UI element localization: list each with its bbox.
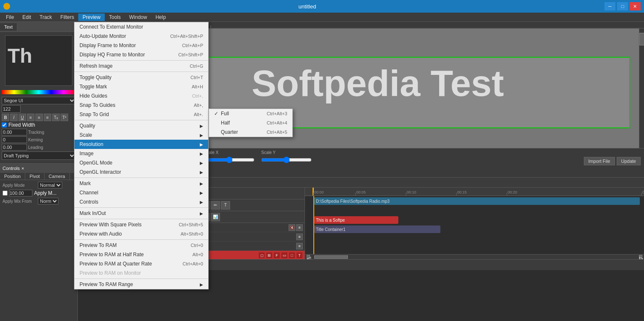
menu-refresh-label: Refresh Image [80, 63, 113, 69]
menu-connect-external-label: Connect To External Monitor [80, 24, 143, 30]
menu-connect-external[interactable]: Connect To External Monitor [74, 22, 208, 32]
tl-horizontal-scroll[interactable]: ◁ ▷ [305, 254, 644, 259]
scale-x-slider[interactable] [204, 156, 254, 164]
fixed-width-checkbox[interactable] [2, 122, 7, 127]
sep-2 [74, 72, 208, 72]
menu-channel[interactable]: Channel ▶ [74, 188, 208, 197]
tl-btn-pen[interactable]: ✏ [211, 201, 220, 210]
menu-toggle-mark[interactable]: Toggle Mark Alt+H [74, 82, 208, 91]
apply-mix-checkbox[interactable] [3, 191, 8, 196]
v-scrollbar-thumb[interactable] [639, 33, 644, 45]
track-audio-mute[interactable]: 🔇 [289, 224, 295, 231]
minimize-button[interactable]: ─ [604, 2, 615, 11]
menu-filters[interactable]: Filters [56, 13, 79, 21]
menu-preview-ram-range[interactable]: Preview To RAM Range ▶ [74, 280, 208, 289]
menu-opengl-interactor[interactable]: OpenGL Interactor ▶ [74, 167, 208, 177]
audio-clip-label: D:\Softpedia Files\Softpedia Radio.mp3 [316, 199, 390, 204]
submenu-full[interactable]: ✓ Full Ctrl+Alt+3 [209, 109, 292, 118]
menu-toggle-quality[interactable]: Toggle Quality Ctrl+T [74, 73, 208, 82]
align-center-icon[interactable]: ≡ [35, 114, 43, 121]
tl-btn2-14[interactable]: 📊 [211, 213, 220, 221]
menu-edit[interactable]: Edit [18, 13, 35, 21]
font-select[interactable]: Segoe UI [2, 97, 76, 104]
tl-btn-t[interactable]: T [221, 201, 230, 210]
text-icon-row: B I U ≡ ≡ ≡ T₂ T² [2, 114, 76, 121]
submenu-half[interactable]: Half Ctrl+Alt+4 [209, 118, 292, 127]
sep-5 [74, 207, 208, 208]
video-clip-1[interactable]: This is a Softpe [314, 216, 398, 224]
svg-rect-11 [305, 188, 644, 196]
menu-window[interactable]: Window [125, 13, 151, 21]
apply-mix-input[interactable] [9, 190, 32, 196]
menu-preview-square[interactable]: Preview With Square Pixels Ctrl+Shift+5 [74, 220, 208, 229]
menu-preview-ram-quarter[interactable]: Preview to RAM at Quarter Rate Ctrl+Alt+… [74, 259, 208, 268]
tl-scroll-thumb[interactable] [314, 255, 348, 259]
menu-display-hq[interactable]: Display HQ Frame to Monitor Ctrl+Shift+P [74, 50, 208, 59]
bold-icon[interactable]: B [2, 114, 9, 121]
submenu-quarter[interactable]: Quarter Ctrl+Alt+5 [209, 127, 292, 137]
scale-y-slider[interactable] [261, 156, 312, 164]
tab-text[interactable]: Text [0, 23, 17, 31]
menu-preview-ram-monitor: Preview to RAM on Monitor [74, 268, 208, 278]
tracking-input[interactable] [2, 129, 27, 135]
maximize-button[interactable]: □ [617, 2, 628, 11]
menu-preview-ram[interactable]: Preview To RAM Ctrl+0 [74, 241, 208, 250]
tab-camera[interactable]: Camera [45, 173, 70, 180]
track-video-btn1[interactable]: ◻ [258, 252, 265, 259]
align-left-icon[interactable]: ≡ [27, 114, 34, 121]
tab-position[interactable]: Position [0, 173, 25, 180]
apply-mix-from-select[interactable]: Norm [38, 198, 58, 204]
superscript-icon[interactable]: T² [61, 114, 68, 121]
align-right-icon[interactable]: ≡ [44, 114, 51, 121]
menu-opengl-mode[interactable]: OpenGL Mode ▶ [74, 158, 208, 167]
menu-tools[interactable]: Tools [105, 13, 125, 21]
import-file-button[interactable]: Import File [584, 157, 615, 165]
menu-resolution[interactable]: Resolution ▶ [74, 140, 208, 149]
subscript-icon[interactable]: T₂ [52, 114, 60, 121]
audio-clip[interactable]: D:\Softpedia Files\Softpedia Radio.mp3 [314, 197, 640, 205]
menu-preview[interactable]: Preview [78, 13, 105, 21]
menu-track[interactable]: Track [35, 13, 56, 21]
menu-scale[interactable]: Scale ▶ [74, 130, 208, 140]
menu-display-frame[interactable]: Display Frame to Monitor Ctrl+Alt+P [74, 41, 208, 50]
menu-preview-audio[interactable]: Preview with Audio Alt+Shift+0 [74, 229, 208, 239]
track-audio-opts[interactable]: ≡ [296, 224, 303, 231]
update-button[interactable]: Update [617, 157, 641, 165]
menu-quality[interactable]: Quality ▶ [74, 121, 208, 130]
track-video-btn3[interactable]: F [273, 252, 280, 259]
leading-input[interactable] [2, 144, 27, 151]
kerning-input[interactable] [2, 136, 27, 143]
menu-controls[interactable]: Controls ▶ [74, 197, 208, 207]
vertical-scrollbar[interactable] [639, 29, 644, 148]
video-clip-2[interactable]: Title Container1 [314, 225, 440, 233]
menu-snap-guides[interactable]: Snap To Guides Alt+, [74, 101, 208, 110]
draft-typing-select[interactable]: Draft Typing [2, 151, 76, 160]
italic-icon[interactable]: I [10, 114, 18, 121]
tl-scroll-right[interactable]: ▷ [639, 255, 642, 259]
menu-file[interactable]: File [2, 13, 18, 21]
menu-refresh-shortcut: Ctrl+G [190, 64, 203, 69]
menu-help[interactable]: Help [151, 13, 170, 21]
menu-snap-grid[interactable]: Snap To Grid Alt+. [74, 110, 208, 119]
tab-pivot[interactable]: Pivot [25, 173, 44, 180]
size-input[interactable]: 122 [2, 105, 21, 113]
track-waveform-opts[interactable]: ≡ [296, 243, 303, 249]
menu-mark-inout[interactable]: Mark In/Out ▶ [74, 209, 208, 218]
menu-auto-update[interactable]: Auto-Update Monitor Ctrl+Alt+Shift+P [74, 32, 208, 41]
track-video-btn5[interactable]: □ [289, 252, 295, 259]
controls-panel: Controls × Position Pivot Camera Crop Ma… [0, 163, 77, 207]
tl-scroll-left[interactable]: ◁ [307, 255, 310, 259]
track-sound-opts[interactable]: ≡ [296, 233, 303, 240]
menu-hide-guides[interactable]: Hide Guides Ctrl+, [74, 91, 208, 101]
apply-mode-select[interactable]: Normal [38, 182, 62, 188]
controls-close-icon[interactable]: × [21, 166, 24, 171]
menu-preview-ram-half[interactable]: Preview to RAM at Half Rate Alt+0 [74, 250, 208, 259]
menu-image[interactable]: Image ▶ [74, 149, 208, 158]
underline-icon[interactable]: U [19, 114, 26, 121]
track-video-btn2[interactable]: ⊞ [266, 252, 273, 259]
track-video-btn6[interactable]: T [296, 252, 303, 259]
close-button[interactable]: ✕ [630, 2, 641, 11]
menu-refresh[interactable]: Refresh Image Ctrl+G [74, 61, 208, 71]
track-video-btn4[interactable]: ▭ [281, 252, 288, 259]
menu-mark[interactable]: Mark ▶ [74, 179, 208, 188]
